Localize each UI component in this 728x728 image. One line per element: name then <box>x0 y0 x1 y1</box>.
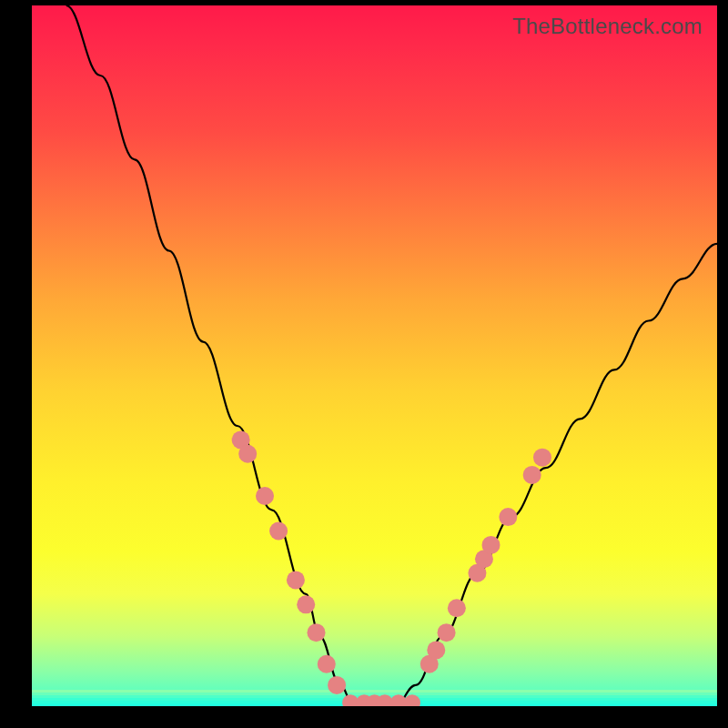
curve-markers <box>32 5 717 706</box>
curve-marker <box>427 641 445 659</box>
curve-marker <box>448 599 466 617</box>
curve-marker <box>269 522 288 541</box>
curve-marker <box>238 445 257 463</box>
curve-marker <box>404 694 420 706</box>
curve-marker <box>328 676 346 694</box>
curve-marker <box>256 487 274 505</box>
curve-marker <box>533 449 551 467</box>
curve-marker <box>297 595 315 613</box>
chart-container: TheBottleneck.com <box>0 0 728 728</box>
curve-marker <box>287 571 305 589</box>
plot-area: TheBottleneck.com <box>32 5 717 706</box>
curve-marker <box>523 466 541 484</box>
curve-marker <box>307 623 325 642</box>
curve-marker <box>438 623 456 642</box>
curve-marker <box>482 536 500 554</box>
curve-marker <box>318 655 336 673</box>
curve-marker <box>499 508 517 526</box>
watermark-text: TheBottleneck.com <box>512 14 703 39</box>
